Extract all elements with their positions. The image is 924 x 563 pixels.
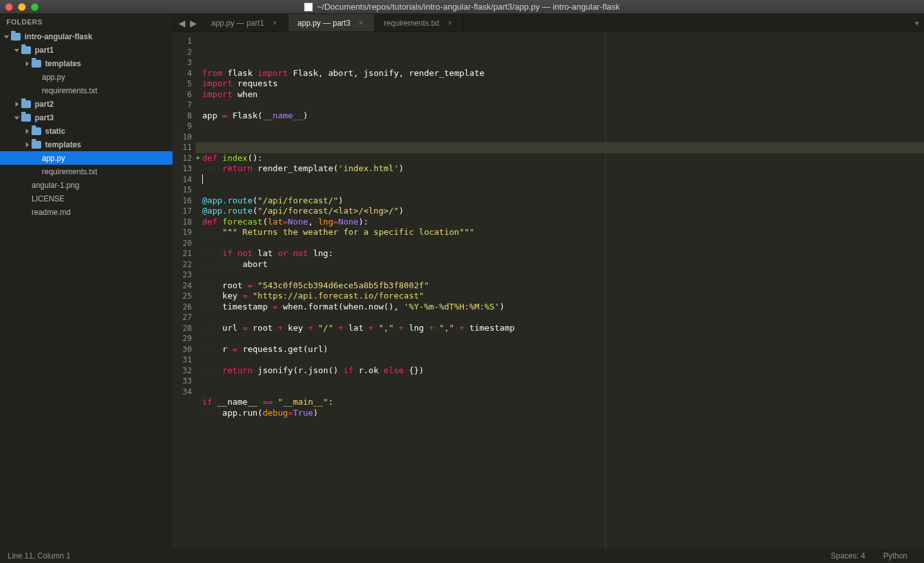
tree-item-label: angular-1.png <box>32 181 79 190</box>
window-zoom-button[interactable] <box>31 3 39 11</box>
folder-icon <box>21 100 31 108</box>
sidebar: FOLDERS intro-angular-flaskpart1template… <box>0 14 173 549</box>
code-content[interactable]: from·flask·import·Flask,·abort,·jsonify,… <box>196 32 924 549</box>
folder-icon <box>32 141 41 149</box>
tree-file[interactable]: angular-1.png <box>0 178 173 192</box>
disclosure-triangle-icon[interactable] <box>26 142 29 147</box>
tree-file[interactable]: readme.md <box>0 205 173 219</box>
status-bar: Line 11, Column 1 Spaces: 4 Python <box>0 549 924 563</box>
tree-item-label: static <box>45 127 65 136</box>
folder-icon <box>32 60 41 68</box>
tree-file[interactable]: LICENSE <box>0 192 173 205</box>
tab-bar: ◀ ▶ app.py — part1×app.py — part3×requir… <box>173 14 924 32</box>
tree-item-label: intro-angular-flask <box>24 32 92 41</box>
column-ruler <box>605 32 606 549</box>
tab-label: app.py — part1 <box>211 19 264 28</box>
line-number-gutter: 1234567891011121314151617181920212223242… <box>173 32 196 549</box>
tree-folder[interactable]: intro-angular-flask <box>0 30 173 43</box>
file-tab[interactable]: requirements.txt× <box>375 14 464 32</box>
tree-folder[interactable]: part3 <box>0 111 173 124</box>
folder-tree[interactable]: intro-angular-flaskpart1templatesapp.pyr… <box>0 30 173 549</box>
tree-file[interactable]: requirements.txt <box>0 84 173 97</box>
tab-overflow-button[interactable]: ▾ <box>910 14 924 32</box>
tab-label: requirements.txt <box>384 19 439 28</box>
tree-item-label: requirements.txt <box>42 86 97 95</box>
tree-item-label: templates <box>45 140 81 149</box>
tree-folder[interactable]: templates <box>0 57 173 70</box>
disclosure-triangle-icon[interactable] <box>14 49 19 52</box>
folder-icon <box>32 127 41 135</box>
traffic-lights <box>5 3 39 11</box>
file-tab[interactable]: app.py — part1× <box>202 14 288 32</box>
sidebar-header: FOLDERS <box>0 14 173 30</box>
window-title: ~/Documents/repos/tutorials/intro-angula… <box>317 2 619 12</box>
tree-item-label: LICENSE <box>32 194 64 203</box>
tree-item-label: part3 <box>35 113 53 122</box>
tree-item-label: requirements.txt <box>42 167 97 176</box>
file-tab[interactable]: app.py — part3× <box>288 14 375 32</box>
tab-close-button[interactable]: × <box>270 19 279 27</box>
tree-file[interactable]: requirements.txt <box>0 165 173 178</box>
folder-icon <box>21 114 31 122</box>
tree-folder[interactable]: templates <box>0 138 173 151</box>
folder-icon <box>21 46 31 54</box>
tree-item-label: templates <box>45 59 81 68</box>
document-icon <box>304 3 313 12</box>
tree-item-label: part2 <box>35 100 53 109</box>
disclosure-triangle-icon[interactable] <box>26 61 29 66</box>
editor-area: ◀ ▶ app.py — part1×app.py — part3×requir… <box>173 14 924 549</box>
tree-file[interactable]: app.py <box>0 151 173 165</box>
window-minimize-button[interactable] <box>18 3 26 11</box>
tree-item-label: app.py <box>42 73 65 82</box>
code-editor[interactable]: 1234567891011121314151617181920212223242… <box>173 32 924 549</box>
tab-history-nav: ◀ ▶ <box>173 14 202 32</box>
window-titlebar: ~/Documents/repos/tutorials/intro-angula… <box>0 0 924 14</box>
tree-item-label: readme.md <box>32 208 71 217</box>
folder-icon <box>11 33 21 41</box>
tree-folder[interactable]: part1 <box>0 43 173 57</box>
history-back-button[interactable]: ◀ <box>176 18 187 28</box>
tab-close-button[interactable]: × <box>446 19 454 27</box>
disclosure-triangle-icon[interactable] <box>26 129 29 134</box>
status-indent[interactable]: Spaces: 4 <box>822 551 874 560</box>
status-language[interactable]: Python <box>874 551 916 560</box>
main-split: FOLDERS intro-angular-flaskpart1template… <box>0 14 924 549</box>
disclosure-triangle-icon[interactable] <box>14 116 19 120</box>
tab-close-button[interactable]: × <box>357 19 365 27</box>
tree-folder[interactable]: part2 <box>0 97 173 111</box>
text-cursor <box>202 174 203 184</box>
status-cursor-pos: Line 11, Column 1 <box>8 551 70 560</box>
history-forward-button[interactable]: ▶ <box>188 18 198 28</box>
window-close-button[interactable] <box>5 3 13 11</box>
tree-item-label: part1 <box>35 46 53 55</box>
gutter-diff-added-icon: + <box>196 153 200 164</box>
tree-item-label: app.py <box>42 154 65 163</box>
disclosure-triangle-icon[interactable] <box>15 102 19 107</box>
tree-folder[interactable]: static <box>0 124 173 138</box>
tab-label: app.py — part3 <box>297 19 350 28</box>
tree-file[interactable]: app.py <box>0 70 173 84</box>
disclosure-triangle-icon[interactable] <box>4 35 9 39</box>
